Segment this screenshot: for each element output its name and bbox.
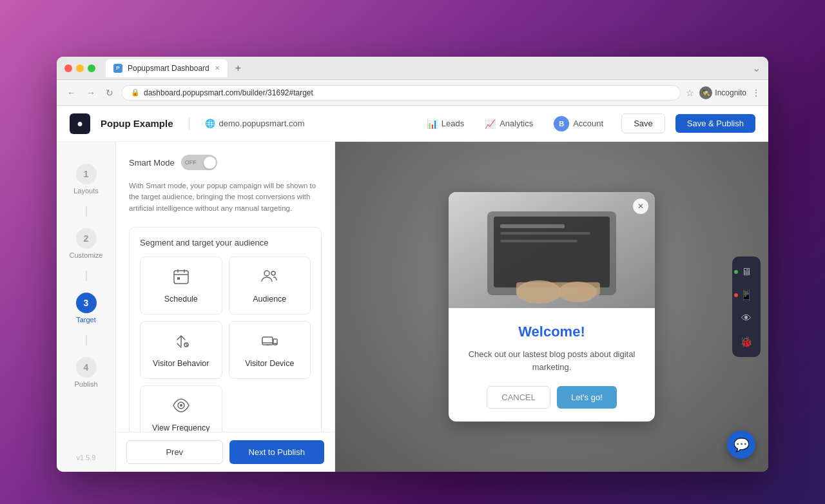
svg-point-14 bbox=[180, 404, 182, 407]
next-button[interactable]: Next to Publish bbox=[229, 440, 325, 464]
forward-button[interactable]: → bbox=[84, 85, 98, 101]
chat-bubble-button[interactable]: 💬 bbox=[727, 431, 755, 459]
minimize-button[interactable] bbox=[76, 64, 84, 72]
toggle-knob bbox=[204, 157, 216, 169]
audience-label: Audience bbox=[253, 295, 286, 304]
smart-mode-toggle[interactable]: OFF bbox=[181, 155, 217, 170]
header-nav: 📊 Leads 📈 Analytics B Account bbox=[419, 112, 611, 135]
account-label: Account bbox=[573, 119, 603, 128]
account-avatar: B bbox=[554, 116, 569, 131]
reload-button[interactable]: ↻ bbox=[103, 85, 116, 101]
view-frequency-icon bbox=[172, 396, 190, 418]
step-3-label: Target bbox=[76, 316, 96, 324]
bookmark-icon: ☆ bbox=[686, 88, 694, 98]
audience-card[interactable]: Audience bbox=[229, 257, 311, 315]
visitor-device-label: Visitor Device bbox=[245, 359, 294, 368]
popup-body: Welcome! Check out our lastest blog post… bbox=[449, 308, 655, 422]
analytics-nav-item[interactable]: 📈 Analytics bbox=[477, 115, 541, 133]
smart-mode-row: Smart Mode OFF bbox=[129, 155, 322, 170]
browser-more-button[interactable]: ⋮ bbox=[752, 88, 761, 98]
traffic-lights bbox=[64, 64, 95, 72]
visitor-device-card[interactable]: Visitor Device bbox=[229, 321, 311, 379]
tab-close-button[interactable]: ✕ bbox=[215, 64, 220, 72]
mobile-icon: 📱 bbox=[740, 289, 753, 302]
step-customize[interactable]: 2 Customize bbox=[57, 222, 115, 266]
debug-button[interactable]: 🐞 bbox=[736, 331, 757, 352]
leads-label: Leads bbox=[442, 119, 464, 128]
save-button[interactable]: Save bbox=[621, 113, 665, 133]
step-4-label: Publish bbox=[74, 380, 97, 388]
back-button[interactable]: ← bbox=[64, 85, 79, 101]
svg-point-5 bbox=[264, 271, 269, 276]
panel-footer: Prev Next to Publish bbox=[116, 432, 335, 472]
logo-icon: ● bbox=[77, 118, 83, 130]
svg-rect-19 bbox=[500, 232, 590, 235]
browser-menu-button[interactable]: ⌄ bbox=[752, 62, 761, 74]
lock-icon: 🔒 bbox=[131, 88, 140, 97]
popup-actions: CANCEL Let's go! bbox=[461, 386, 642, 409]
tab-title: Popupsmart Dashboard bbox=[128, 64, 209, 73]
step-1-circle: 1 bbox=[76, 164, 97, 184]
steps-sidebar: 1 Layouts 2 Customize 3 Target 4 Publish bbox=[57, 142, 116, 472]
globe-icon: 🌐 bbox=[205, 119, 215, 128]
save-publish-button[interactable]: Save & Publish bbox=[675, 114, 755, 133]
schedule-icon bbox=[172, 267, 190, 289]
step-connector-3 bbox=[86, 335, 87, 345]
step-connector-2 bbox=[86, 271, 87, 281]
view-frequency-card[interactable]: View Frequency bbox=[140, 385, 222, 432]
analytics-label: Analytics bbox=[500, 119, 533, 128]
maximize-button[interactable] bbox=[88, 64, 95, 72]
visitor-behavior-card[interactable]: Visitor Behavior bbox=[140, 321, 222, 379]
new-tab-button[interactable]: + bbox=[235, 63, 241, 74]
browser-extras: ☆ 🕵 Incognito ⋮ bbox=[686, 86, 761, 99]
leads-icon: 📊 bbox=[427, 119, 438, 129]
prev-button[interactable]: Prev bbox=[126, 440, 223, 464]
svg-rect-8 bbox=[262, 337, 273, 345]
svg-rect-0 bbox=[174, 271, 188, 284]
account-nav-item[interactable]: B Account bbox=[546, 112, 611, 135]
step-target[interactable]: 3 Target bbox=[57, 286, 115, 330]
analytics-icon: 📈 bbox=[485, 119, 496, 129]
step-connector-1 bbox=[86, 206, 87, 217]
popup-card: ✕ bbox=[449, 192, 655, 422]
popup-title: Welcome! bbox=[461, 324, 642, 340]
svg-rect-18 bbox=[500, 224, 565, 228]
bug-icon: 🐞 bbox=[740, 336, 753, 348]
address-bar[interactable]: 🔒 dashboard.popupsmart.com/builder/31692… bbox=[121, 85, 681, 101]
close-button[interactable] bbox=[64, 64, 72, 72]
step-publish[interactable]: 4 Publish bbox=[57, 351, 115, 394]
eye-icon: 👁 bbox=[741, 313, 752, 324]
smart-mode-desc: With Smart mode, your popup campaign wil… bbox=[129, 180, 322, 214]
step-2-label: Customize bbox=[70, 251, 103, 259]
targeting-section: Segment and target your audience bbox=[129, 227, 322, 432]
desktop-view-button[interactable]: 🖥 bbox=[736, 262, 757, 282]
popup-image-svg bbox=[449, 192, 655, 308]
popup-close-button[interactable]: ✕ bbox=[633, 199, 648, 214]
svg-rect-4 bbox=[177, 277, 180, 280]
panel-area: Smart Mode OFF With Smart mode, your pop… bbox=[116, 142, 335, 472]
browser-tab[interactable]: P Popupsmart Dashboard ✕ bbox=[106, 59, 228, 77]
tab-favicon: P bbox=[113, 64, 122, 73]
schedule-label: Schedule bbox=[164, 295, 198, 304]
step-layouts[interactable]: 1 Layouts bbox=[57, 157, 115, 201]
audience-icon bbox=[260, 267, 278, 289]
browser-nav: ← → ↻ 🔒 dashboard.popupsmart.com/builder… bbox=[57, 80, 768, 106]
toggle-off-label: OFF bbox=[185, 159, 197, 166]
app-logo: ● bbox=[70, 113, 90, 134]
popup-image bbox=[449, 192, 655, 308]
visitor-behavior-label: Visitor Behavior bbox=[153, 359, 209, 368]
svg-point-6 bbox=[271, 271, 275, 275]
svg-rect-20 bbox=[500, 240, 578, 242]
popup-cancel-button[interactable]: CANCEL bbox=[487, 386, 550, 409]
app-name: Popup Example bbox=[101, 118, 173, 129]
svg-rect-23 bbox=[516, 282, 600, 295]
leads-nav-item[interactable]: 📊 Leads bbox=[419, 115, 472, 133]
segment-title: Segment and target your audience bbox=[140, 238, 311, 247]
version-label: v1.5.9 bbox=[77, 454, 96, 461]
schedule-card[interactable]: Schedule bbox=[140, 257, 222, 315]
app-header: ● Popup Example 🌐 demo.popupsmart.com 📊 … bbox=[57, 106, 768, 142]
incognito-badge: 🕵 Incognito bbox=[699, 86, 746, 99]
preview-button[interactable]: 👁 bbox=[736, 308, 757, 329]
popup-cta-button[interactable]: Let's go! bbox=[557, 386, 617, 409]
mobile-view-button[interactable]: 📱 bbox=[736, 285, 757, 305]
